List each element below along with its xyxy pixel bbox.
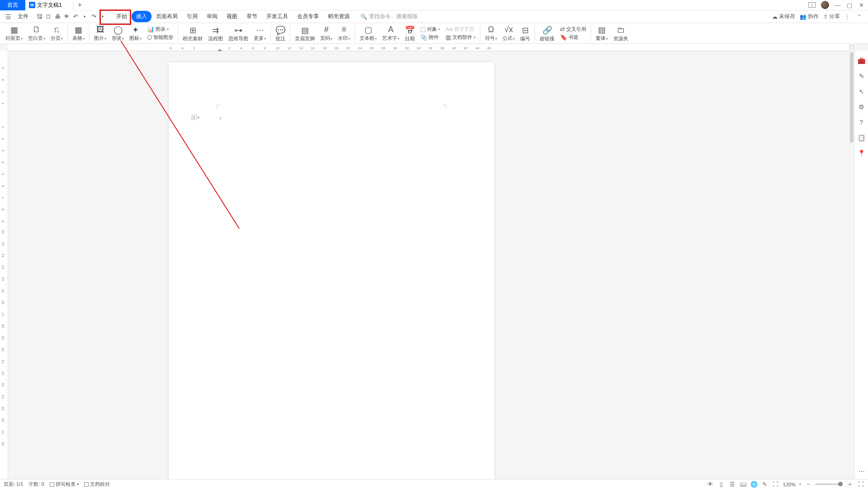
bookmark-button[interactable]: 🔖书签 [558, 34, 588, 41]
pen-icon[interactable]: ✎ [858, 72, 866, 80]
zoom-in-icon[interactable]: + [846, 481, 854, 488]
numbering-button[interactable]: ⊟编号 [517, 25, 533, 42]
web-view-icon[interactable]: 🌐 [750, 481, 758, 488]
help-icon[interactable]: ? [858, 118, 866, 126]
icon-store-button[interactable]: ✦图标▾ [127, 25, 144, 42]
form-button[interactable]: ▤窗体▾ [593, 25, 611, 42]
scroll-thumb[interactable] [850, 52, 854, 143]
proofread-toggle[interactable]: 文档校对 [84, 481, 110, 488]
user-avatar[interactable] [821, 1, 829, 9]
word-doc-icon: W [29, 2, 35, 8]
redo-drop-icon[interactable]: ▾ [99, 13, 106, 20]
tab-start[interactable]: 开始 [112, 11, 132, 22]
paragraph-layout-icon[interactable]: 🗋 [191, 115, 197, 120]
smartart-button[interactable]: ⬡智能图形 [145, 34, 175, 41]
scroll-top-box[interactable]: ▪ [849, 45, 854, 49]
undo-icon[interactable]: ↶ [72, 13, 79, 20]
tab-reference[interactable]: 引用 [182, 11, 202, 22]
undo-drop-icon[interactable]: ▾ [81, 13, 88, 20]
vertical-scrollbar[interactable]: ▪ [849, 51, 854, 479]
cover-page-button[interactable]: ▦封面页▾ [3, 25, 25, 42]
print-icon[interactable]: 🖶 [54, 13, 61, 20]
fit-width-icon[interactable]: ⛶ [772, 481, 779, 488]
hyperlink-button[interactable]: 🔗超链接 [537, 25, 557, 42]
tab-page-layout[interactable]: 页面布局 [152, 11, 182, 22]
collab-button[interactable]: 👥协作 [800, 13, 819, 20]
flowchart-button[interactable]: ⇉流程图 [205, 25, 226, 42]
outline-view-icon[interactable]: ☰ [729, 481, 736, 488]
share-button[interactable]: ⇪分享 [823, 13, 840, 20]
tab-review[interactable]: 审阅 [202, 11, 222, 22]
tab-insert[interactable]: 插入 [132, 11, 152, 22]
hamburger-icon[interactable]: ☰ [4, 13, 13, 20]
tab-home[interactable]: 首页 [0, 0, 25, 10]
chart-button[interactable]: 📊图表▾ [145, 25, 175, 33]
symbol-button[interactable]: Ω符号▾ [482, 25, 500, 42]
location-icon[interactable]: 📍 [858, 149, 866, 157]
word-count[interactable]: 字数: 0 [28, 481, 44, 488]
more-menu-icon[interactable]: ⋮ [844, 14, 850, 20]
close-button[interactable]: ✕ [858, 2, 864, 9]
page[interactable]: 🗋 ▾ ↲ [169, 62, 494, 479]
tab-section[interactable]: 章节 [242, 11, 262, 22]
fullscreen-icon[interactable]: ⛶ [857, 481, 864, 488]
page-number-button[interactable]: #页码▾ [318, 25, 335, 42]
header-footer-button[interactable]: ▤页眉页脚 [292, 25, 318, 42]
edit-mode-icon[interactable]: ✎ [761, 481, 768, 488]
save-as-icon[interactable]: 🗋 [45, 13, 52, 20]
tab-docer[interactable]: 稻壳资源 [323, 11, 354, 22]
blank-page-button[interactable]: 🗋空白页▾ [25, 25, 48, 42]
horizontal-ruler[interactable]: 6422468101214161820222426283032343638404… [8, 44, 854, 51]
document-canvas[interactable]: 🗋 ▾ ↲ [8, 51, 854, 479]
attachment-button[interactable]: 📎附件 [418, 34, 442, 41]
unsaved-indicator[interactable]: ☁未保存 [772, 13, 795, 20]
table-button[interactable]: ▦表格▾ [70, 25, 87, 42]
maximize-button[interactable]: ▢ [846, 2, 853, 9]
minimize-button[interactable]: — [835, 2, 841, 9]
tab-document[interactable]: W 文字文稿1 [25, 0, 73, 10]
select-icon[interactable]: ↖ [858, 87, 866, 96]
vertical-ruler[interactable]: 4321123456789101112131415161718192021222… [0, 51, 8, 479]
object-button[interactable]: ⬚对象▾ [418, 25, 442, 33]
more-button[interactable]: ⋯更多▾ [251, 25, 269, 42]
new-tab-button[interactable]: + [73, 1, 86, 9]
equation-button[interactable]: √x公式▾ [500, 25, 517, 42]
tab-view[interactable]: 视图 [222, 11, 242, 22]
collapse-ribbon-icon[interactable]: ⌃ [854, 14, 864, 20]
settings-slider-icon[interactable]: ⚙ [858, 103, 866, 111]
zoom-out-icon[interactable]: − [805, 481, 812, 488]
search-box[interactable]: 🔍 查找命令、搜索模板 [360, 13, 418, 20]
page-break-button[interactable]: ⎌分页▾ [48, 25, 66, 42]
doc-parts-button[interactable]: ▥文档部件▾ [444, 34, 477, 41]
zoom-slider[interactable] [816, 484, 843, 485]
panel-more-icon[interactable]: ⋯ [858, 467, 866, 475]
docer-material-button[interactable]: ⊞稻壳素材 [180, 25, 205, 42]
page-view-icon[interactable]: ▯ [718, 481, 725, 488]
read-view-icon[interactable]: 📖 [740, 481, 747, 488]
toolbox-icon[interactable]: 🧰 [858, 57, 866, 65]
page-indicator[interactable]: 页面: 1/1 [4, 481, 23, 488]
zoom-level[interactable]: 120% [783, 482, 796, 487]
tab-developer[interactable]: 开发工具 [262, 11, 293, 22]
watermark-button[interactable]: ≡水印▾ [335, 25, 353, 42]
eye-icon[interactable]: 👁 [707, 481, 714, 488]
clipboard-icon[interactable]: 📋 [858, 134, 866, 142]
redo-icon[interactable]: ↷ [90, 13, 97, 20]
resource-folder-button[interactable]: 🗀资源夹 [611, 25, 631, 42]
tab-member[interactable]: 会员专享 [293, 11, 323, 22]
picture-button[interactable]: 🖼图片▾ [91, 25, 109, 42]
wordart-button[interactable]: A艺术字▾ [379, 25, 402, 42]
print-preview-icon[interactable]: 👁 [63, 13, 70, 20]
crossref-button[interactable]: ⇄交叉引用 [558, 25, 588, 33]
paragraph-layout-drop-icon[interactable]: ▾ [198, 115, 199, 120]
icon-shapes-icon: ✦ [132, 25, 139, 35]
save-icon[interactable]: 🖫 [36, 13, 43, 20]
spellcheck-toggle[interactable]: 拼写检查▾ [50, 481, 79, 488]
date-button[interactable]: 📅日期 [402, 25, 417, 42]
mindmap-button[interactable]: ⊶思维导图 [226, 25, 251, 42]
textbox-button[interactable]: ▢文本框▾ [357, 25, 379, 42]
comment-button[interactable]: 💬批注 [273, 25, 288, 42]
window-count-icon[interactable]: 1 [808, 2, 816, 8]
file-menu[interactable]: 文件 [14, 13, 32, 20]
shape-button[interactable]: ◯形状▾ [109, 25, 127, 42]
